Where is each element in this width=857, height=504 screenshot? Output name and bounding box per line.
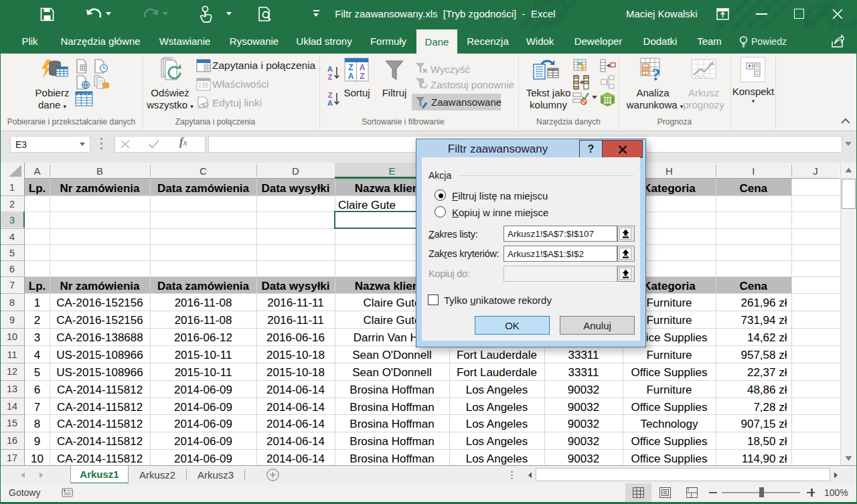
svg-text:Z: Z <box>328 91 333 99</box>
svg-text:A: A <box>327 99 333 107</box>
svg-text:A: A <box>348 72 354 81</box>
svg-text:Z: Z <box>328 73 333 81</box>
svg-text:A: A <box>360 63 366 72</box>
svg-text:Z: Z <box>360 72 364 81</box>
svg-text:?: ? <box>652 65 661 83</box>
svg-text:Z: Z <box>348 63 353 72</box>
svg-text:A: A <box>327 65 333 73</box>
